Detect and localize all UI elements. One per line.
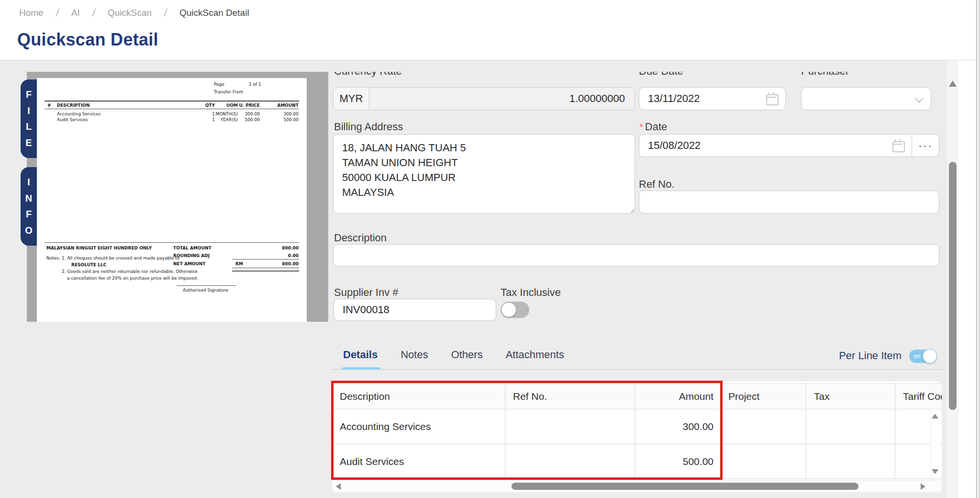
- supplier-inv-field[interactable]: [334, 299, 496, 321]
- calendar-icon[interactable]: [766, 94, 779, 105]
- browser-scrollbar[interactable]: [976, 0, 980, 498]
- due-date-field[interactable]: [639, 87, 786, 110]
- purchaser-select[interactable]: [801, 87, 931, 110]
- date-input[interactable]: [639, 135, 912, 157]
- cell-description[interactable]: Accounting Services: [332, 409, 505, 444]
- supplier-inv-label: Supplier Inv #: [334, 286, 399, 299]
- cell-description[interactable]: Audit Services: [332, 444, 505, 479]
- breadcrumb-separator: /: [163, 7, 168, 19]
- invoice-note-payee: RESOLUTE LLC: [71, 262, 106, 267]
- invoice-rounding-value: 0.00: [275, 253, 299, 258]
- more-options-button[interactable]: ···: [912, 134, 939, 157]
- billing-address-textarea[interactable]: 18, JALAN HANG TUAH 5 TAMAN UNION HEIGHT…: [333, 134, 635, 214]
- breadcrumb-item-quickscan[interactable]: QuickScan: [108, 8, 152, 18]
- supplier-inv-input[interactable]: [334, 299, 496, 320]
- invoice-col-description: DESCRIPTION: [57, 103, 89, 108]
- invoice-row-amount: 300.00: [275, 112, 299, 116]
- invoice-row-uom: MONTH(S): [213, 112, 238, 116]
- due-date-input[interactable]: [639, 88, 785, 110]
- right-gutter: [958, 60, 976, 498]
- due-date-label: Due Date: [639, 72, 683, 78]
- vertical-scrollbar-thumb[interactable]: [949, 162, 957, 410]
- header-tax: Tax: [806, 383, 895, 409]
- page-title: Quickscan Detail: [17, 30, 158, 50]
- purchaser-label: Purchaser: [801, 72, 849, 78]
- form-vertical-scrollbar[interactable]: [947, 60, 958, 498]
- invoice-amount-in-words: MALAYSIAN RINGGIT EIGHT HUNDRED ONLY: [46, 246, 152, 250]
- horizontal-scrollbar-thumb[interactable]: [512, 483, 858, 490]
- cell-ref-no[interactable]: [505, 444, 635, 479]
- form-panel: Currency Rate MYR 1.00000000 Due Date Pu…: [328, 72, 947, 498]
- cell-tax[interactable]: [806, 444, 895, 479]
- date-label: *Date: [639, 121, 667, 133]
- purchaser-input[interactable]: [802, 88, 931, 110]
- header-tariff-code: Tariff Code: [895, 383, 942, 409]
- invoice-net-label: NET AMOUNT: [173, 261, 206, 266]
- ref-no-label: Ref No.: [639, 178, 675, 191]
- tab-details[interactable]: Details: [343, 349, 378, 361]
- invoice-col-amount: AMOUNT: [275, 103, 299, 108]
- cell-ref-no[interactable]: [505, 409, 635, 444]
- date-field[interactable]: [639, 134, 912, 157]
- description-field[interactable]: [333, 244, 939, 266]
- invoice-net-double-rule: [232, 268, 299, 272]
- info-tab[interactable]: INFO: [21, 167, 37, 246]
- invoice-table-header-rule: [45, 109, 299, 109]
- currency-rate-value: 1.00000000: [369, 88, 635, 110]
- tab-notes[interactable]: Notes: [401, 349, 428, 361]
- invoice-total-label: TOTAL AMOUNT: [173, 246, 212, 250]
- tax-inclusive-label: Tax Inclusive: [501, 286, 561, 299]
- invoice-row-amount: 500.00: [275, 117, 299, 122]
- scroll-left-button[interactable]: [336, 483, 341, 490]
- invoice-col-uom: UOM: [219, 103, 238, 108]
- invoice-col-uprice: U. PRICE: [236, 103, 260, 108]
- header-ref-no: Ref No.: [505, 383, 635, 409]
- billing-address-label: Billing Address: [334, 121, 403, 133]
- scroll-right-button[interactable]: [921, 483, 925, 490]
- description-input[interactable]: [334, 245, 939, 266]
- table-horizontal-scrollbar[interactable]: [332, 480, 942, 492]
- table-row: Accounting Services 300.00: [332, 409, 942, 444]
- scroll-up-button[interactable]: [949, 80, 957, 87]
- invoice-row-description: Audit Services: [57, 117, 88, 122]
- breadcrumb-item-ai[interactable]: AI: [71, 8, 80, 18]
- description-label: Description: [334, 232, 387, 244]
- scroll-down-button[interactable]: [932, 469, 938, 474]
- scroll-up-button[interactable]: [932, 414, 938, 419]
- header-amount: Amount: [635, 383, 721, 409]
- table-header-row: Description Ref No. Amount Project Tax T…: [332, 383, 942, 409]
- tab-others[interactable]: Others: [451, 349, 483, 361]
- cell-project[interactable]: [721, 444, 806, 479]
- invoice-row-qty: 1: [196, 117, 215, 122]
- cell-amount[interactable]: 500.00: [635, 444, 721, 479]
- invoice-note-line: 1. All cheques should be crossed and mad…: [62, 256, 179, 260]
- invoice-row-uprice: 300.00: [236, 112, 260, 116]
- cell-project[interactable]: [721, 409, 806, 444]
- breadcrumb-item-quickscan-detail: QuickScan Detail: [179, 8, 249, 18]
- invoice-note-line: 2. Goods sold are neither returnable nor…: [62, 269, 198, 274]
- invoice-row-description: Accounting Services: [57, 112, 100, 116]
- tab-underline: [342, 367, 380, 370]
- table-vertical-scrollbar[interactable]: [930, 410, 939, 478]
- ref-no-input[interactable]: [639, 191, 939, 213]
- calendar-icon[interactable]: [892, 141, 905, 152]
- ref-no-field[interactable]: [639, 191, 939, 214]
- currency-code: MYR: [334, 88, 369, 110]
- invoice-notes-label: Notes:: [46, 256, 60, 260]
- tax-inclusive-toggle[interactable]: [501, 302, 529, 318]
- file-tab[interactable]: FILE: [21, 79, 37, 158]
- breadcrumb-item-home[interactable]: Home: [19, 8, 44, 18]
- cell-tax[interactable]: [806, 409, 895, 444]
- invoice-row-uprice: 500.00: [236, 117, 260, 122]
- currency-rate-field[interactable]: MYR 1.00000000: [333, 87, 635, 110]
- invoice-row-qty: 1: [196, 112, 215, 116]
- invoice-signature-label: Authorised Signature: [183, 288, 228, 293]
- cell-amount[interactable]: 300.00: [635, 409, 721, 444]
- invoice-total-value: 800.00: [275, 246, 299, 250]
- invoice-net-currency: RM: [235, 261, 243, 266]
- invoice-page-label: Page: [214, 82, 224, 87]
- invoice-row-uom: YEAR(S): [213, 117, 238, 122]
- per-line-item-toggle[interactable]: on: [909, 350, 936, 363]
- toggle-knob: [501, 303, 516, 317]
- tab-attachments[interactable]: Attachments: [506, 349, 564, 361]
